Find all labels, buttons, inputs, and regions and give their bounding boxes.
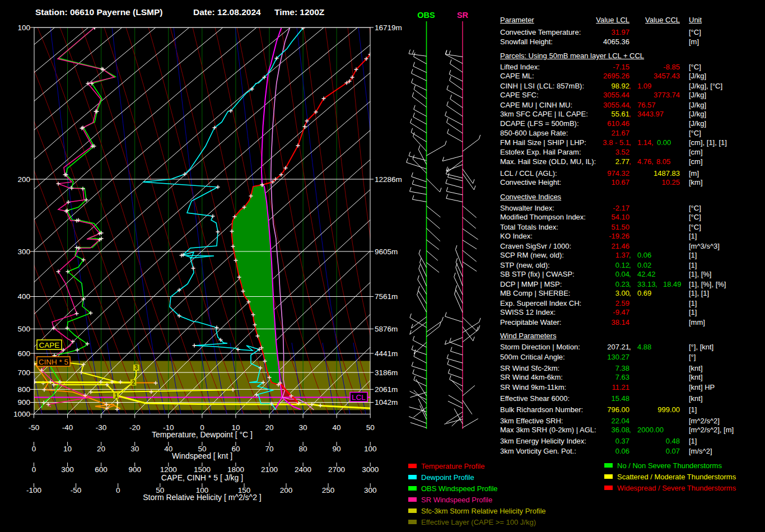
svg-text:1200: 1200 [160, 465, 177, 474]
svg-text:2400: 2400 [295, 465, 311, 474]
svg-text:300: 300 [364, 486, 377, 494]
svg-text:2700: 2700 [328, 465, 345, 474]
svg-text:Storm Relative Helicity [ m^2: Storm Relative Helicity [ m^2/s^2 ] [143, 493, 262, 502]
svg-text:-50: -50 [71, 486, 82, 494]
svg-text:-100: -100 [26, 486, 41, 494]
svg-text:200: 200 [280, 486, 293, 494]
svg-text:1500: 1500 [194, 465, 211, 474]
svg-text:3000: 3000 [362, 465, 379, 474]
svg-text:250: 250 [322, 486, 335, 494]
svg-text:CAPE, CINH * 5 [ J/kg ]: CAPE, CINH * 5 [ J/kg ] [161, 473, 243, 482]
svg-text:2100: 2100 [261, 465, 278, 474]
svg-text:300: 300 [61, 465, 74, 474]
svg-text:0: 0 [32, 465, 36, 474]
svg-text:1800: 1800 [227, 465, 244, 474]
svg-text:900: 900 [128, 465, 141, 474]
svg-text:600: 600 [95, 465, 108, 474]
svg-text:0: 0 [116, 486, 120, 494]
